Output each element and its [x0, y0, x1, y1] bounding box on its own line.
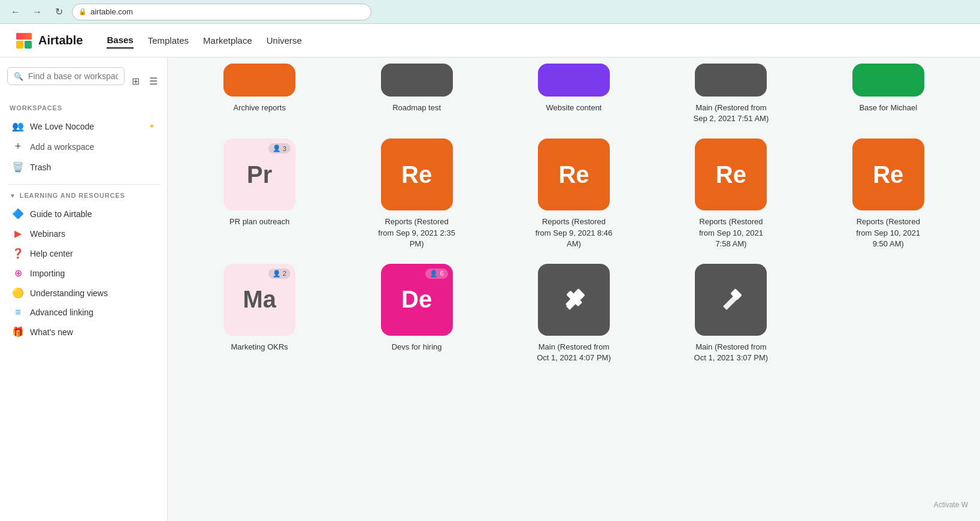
base-card-pr-outreach[interactable]: 👤 3 Pr PR plan outreach	[187, 138, 332, 249]
workspace-item-we-love-nocode[interactable]: 👥 We Love Nocode ✦	[7, 116, 160, 136]
member-badge-pr: 👤 3	[268, 143, 291, 153]
main-area: 🔍 ⊞ ☰ WORKSPACES 👥 We Love Nocode ✦ + Ad…	[0, 58, 980, 521]
learning-views[interactable]: 🟡 Understanding views	[7, 283, 160, 303]
base-icon-reports-sep9-846: Re	[538, 138, 610, 210]
address-bar: 🔒 airtable.com	[72, 4, 371, 20]
nav-universe[interactable]: Universe	[267, 33, 302, 48]
workspace-icon: 👥	[12, 121, 24, 132]
upgrade-badge: ✦	[149, 122, 155, 131]
back-button[interactable]: ←	[7, 4, 24, 20]
add-workspace-item[interactable]: + Add a workspace	[7, 136, 160, 157]
add-icon: +	[12, 140, 24, 153]
base-card-archive-reports[interactable]: Archive reports	[187, 70, 332, 124]
base-card-reports-sep10-950[interactable]: Re Reports (Restored from Sep 10, 2021 9…	[816, 138, 961, 249]
search-input[interactable]	[28, 71, 118, 81]
base-card-reports-sep9-235[interactable]: Re Reports (Restored from Sep 9, 2021 2:…	[344, 138, 489, 249]
nav-links: Bases Templates Marketplace Universe	[107, 32, 301, 49]
base-name-reports-sep10-758: Reports (Restored from Sep 10, 2021 7:58…	[692, 216, 770, 249]
guide-label: Guide to Airtable	[30, 209, 155, 219]
learning-linking[interactable]: ≡ Advanced linking	[7, 303, 160, 322]
add-workspace-label: Add a workspace	[30, 142, 155, 152]
base-name-archive-reports: Archive reports	[233, 103, 285, 113]
bases-row-1: Archive reports Roadmap test Website con…	[187, 70, 961, 124]
whats-new-icon: 🎁	[12, 326, 24, 338]
help-label: Help center	[30, 249, 155, 258]
base-name-reports-sep9-846: Reports (Restored from Sep 9, 2021 8:46 …	[535, 216, 613, 249]
learning-guide[interactable]: 🔷 Guide to Airtable	[7, 204, 160, 224]
refresh-button[interactable]: ↻	[50, 4, 67, 20]
learning-importing[interactable]: ⊕ Importing	[7, 263, 160, 283]
trash-label: Trash	[30, 162, 155, 172]
base-initials-pr: Pr	[247, 161, 272, 188]
bases-row-3: 👤 2 Ma Marketing OKRs 👤 6 De	[187, 264, 961, 363]
member-count-de: 6	[440, 270, 443, 277]
lock-icon: 🔒	[78, 8, 87, 16]
webinars-label: Webinars	[30, 229, 155, 239]
base-icon-website-content	[538, 64, 610, 97]
base-card-main-oct1-307[interactable]: Main (Restored from Oct 1, 2021 3:07 PM)	[658, 264, 803, 363]
learning-help[interactable]: ❓ Help center	[7, 243, 160, 263]
base-card-main-oct1-407[interactable]: Main (Restored from Oct 1, 2021 4:07 PM)	[501, 264, 646, 363]
base-icon-marketing-okrs: 👤 2 Ma	[223, 264, 295, 336]
sidebar: 🔍 ⊞ ☰ WORKSPACES 👥 We Love Nocode ✦ + Ad…	[0, 58, 168, 521]
list-view-button[interactable]: ☰	[147, 74, 160, 88]
learning-whats-new[interactable]: 🎁 What's new	[7, 322, 160, 342]
base-name-reports-sep10-950: Reports (Restored from Sep 10, 2021 9:50…	[849, 216, 927, 249]
forward-button[interactable]: →	[29, 4, 46, 20]
base-icon-main-oct1-407	[538, 264, 610, 336]
linking-icon: ≡	[12, 307, 24, 318]
bases-row-2: 👤 3 Pr PR plan outreach Re Reports (Rest…	[187, 138, 961, 249]
import-icon: ⊕	[12, 267, 24, 279]
help-icon: ❓	[12, 248, 24, 259]
base-initials-re3: Re	[716, 161, 746, 188]
base-card-reports-sep10-758[interactable]: Re Reports (Restored from Sep 10, 2021 7…	[658, 138, 803, 249]
search-icon: 🔍	[14, 72, 23, 81]
watermark-text: Activate W	[934, 501, 968, 509]
base-card-roadmap-test[interactable]: Roadmap test	[344, 70, 489, 124]
member-icon-de: 👤	[429, 270, 438, 278]
svg-rect-2	[25, 41, 32, 49]
base-initials-re4: Re	[873, 161, 903, 188]
search-box[interactable]: 🔍	[7, 67, 125, 85]
base-icon-main-oct1-307	[695, 264, 767, 336]
base-card-main-sep2[interactable]: Main (Restored from Sep 2, 2021 7:51 AM)	[658, 70, 803, 124]
grid-view-button[interactable]: ⊞	[129, 74, 142, 88]
search-row: 🔍 ⊞ ☰	[7, 67, 160, 95]
base-name-roadmap-test: Roadmap test	[392, 103, 441, 113]
base-card-reports-sep9-846[interactable]: Re Reports (Restored from Sep 9, 2021 8:…	[501, 138, 646, 249]
activate-watermark: Activate W	[934, 501, 968, 509]
base-name-reports-sep9-235: Reports (Restored from Sep 9, 2021 2:35 …	[378, 216, 456, 249]
member-count-pr: 3	[283, 145, 286, 152]
learning-header[interactable]: ▼ LEARNING AND RESOURCES	[7, 192, 160, 199]
hammer-icon-1	[559, 285, 589, 315]
base-name-main-oct1-407: Main (Restored from Oct 1, 2021 4:07 PM)	[535, 342, 613, 363]
content-area: Archive reports Roadmap test Website con…	[168, 58, 980, 521]
nav-bases[interactable]: Bases	[107, 32, 133, 49]
chevron-icon: ▼	[10, 192, 16, 199]
base-card-marketing-okrs[interactable]: 👤 2 Ma Marketing OKRs	[187, 264, 332, 363]
nav-marketplace[interactable]: Marketplace	[203, 33, 252, 48]
member-icon-ma: 👤	[273, 270, 281, 278]
learning-webinars[interactable]: ▶ Webinars	[7, 224, 160, 243]
base-name-devs-hiring: Devs for hiring	[392, 342, 442, 353]
base-card-michael[interactable]: Base for Michael	[816, 70, 961, 124]
member-badge-ma: 👤 2	[268, 269, 291, 279]
base-initials-re1: Re	[401, 161, 432, 188]
browser-chrome: ← → ↻ 🔒 airtable.com	[0, 0, 980, 24]
base-initials-re2: Re	[558, 161, 589, 188]
logo[interactable]: Airtable	[14, 31, 83, 50]
base-icon-reports-sep10-950: Re	[852, 138, 924, 210]
trash-item[interactable]: 🗑️ Trash	[7, 157, 160, 177]
base-initials-de: De	[401, 286, 432, 313]
guide-icon: 🔷	[12, 208, 24, 219]
base-card-devs-hiring[interactable]: 👤 6 De Devs for hiring	[344, 264, 489, 363]
base-name-website-content: Website content	[546, 103, 602, 113]
base-icon-archive-reports	[223, 64, 295, 97]
nav-templates[interactable]: Templates	[148, 33, 189, 48]
member-icon-pr: 👤	[273, 144, 281, 152]
import-label: Importing	[30, 269, 155, 278]
trash-icon: 🗑️	[12, 161, 24, 173]
linking-label: Advanced linking	[30, 308, 155, 317]
base-icon-pr-outreach: 👤 3 Pr	[223, 138, 295, 210]
base-card-website-content[interactable]: Website content	[501, 70, 646, 124]
